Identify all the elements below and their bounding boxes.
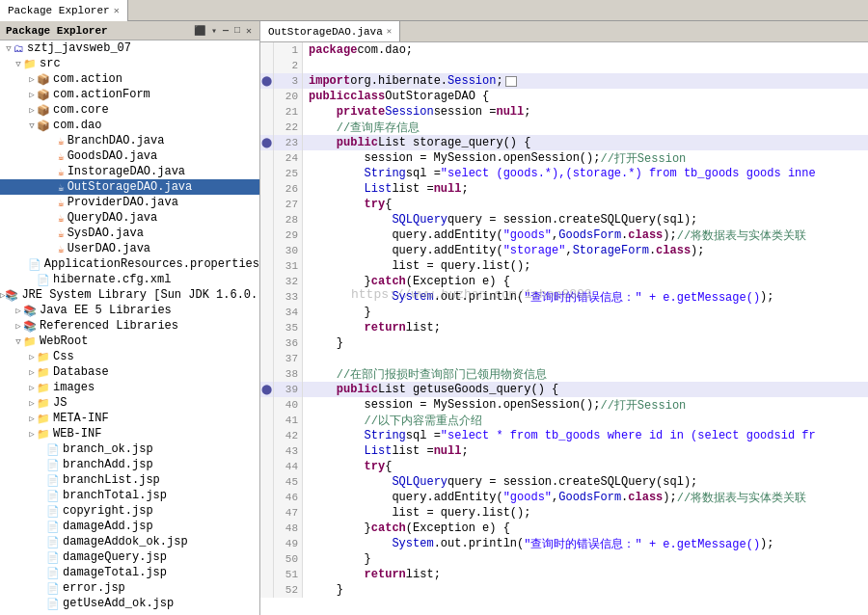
file-branchlist[interactable]: 📄 branchList.jsp (0, 472, 259, 488)
file-userdao-label: UserDAO.java (68, 242, 150, 255)
expand-icon: ▽ (4, 43, 14, 54)
jsp-icon8: 📄 (46, 551, 60, 564)
file-userdao[interactable]: ☕ UserDAO.java (0, 241, 259, 256)
file-goodsdao[interactable]: ☕ GoodsDAO.java (0, 148, 259, 164)
pkg-com-dao[interactable]: ▽ 📦 com.dao (0, 118, 259, 133)
code-area[interactable]: 1 package com.dao; 2 ⬤ 3 import org (260, 42, 868, 615)
js-folder[interactable]: ▷ 📁 JS (0, 395, 259, 411)
code-row-38: 38 //在部门报损时查询部门已领用物资信息 (260, 366, 868, 382)
webinf-folder[interactable]: ▷ 📁 WEB-INF (0, 426, 259, 441)
file-sysdao[interactable]: ☕ SysDAO.java (0, 226, 259, 241)
file-error[interactable]: 📄 error.jsp (0, 580, 259, 596)
java-file-icon4: ☕ (58, 181, 65, 194)
file-branch-ok-label: branch_ok.jsp (63, 442, 153, 456)
editor-tab-outstoragedao[interactable]: OutStorageDAO.java ✕ (260, 21, 400, 41)
linenum-27: 27 (274, 197, 303, 212)
package-explorer-tab-close[interactable]: ✕ (114, 5, 120, 16)
sidebar-toolbar: ⬛ ▾ — □ ✕ (192, 24, 254, 38)
code-row-37: 37 (260, 351, 868, 366)
file-branchdao-label: BranchDAO.java (68, 134, 165, 147)
linenum-2: 2 (274, 58, 303, 73)
java-file-icon8: ☕ (58, 243, 65, 255)
linenum-1: 1 (274, 42, 303, 58)
linenum-29: 29 (274, 227, 303, 243)
code-row-35: 35 return list; (260, 320, 868, 335)
minimize-icon[interactable]: — (221, 24, 231, 38)
file-copyright[interactable]: 📄 copyright.jsp (0, 503, 259, 519)
xml-file-icon: 📄 (37, 274, 50, 286)
gutter-50 (260, 551, 274, 567)
package-explorer-tab[interactable]: Package Explorer ✕ (0, 0, 128, 21)
code-row-43: 43 List list = null; (260, 443, 868, 459)
images-folder[interactable]: ▷ 📁 images (0, 380, 259, 395)
editor-tab-close[interactable]: ✕ (387, 26, 392, 37)
jsp-icon2: 📄 (46, 459, 60, 471)
css-folder[interactable]: ▷ 📁 Css (0, 349, 259, 364)
menu-icon[interactable]: ▾ (209, 24, 219, 38)
code-row-3: ⬤ 3 import org.hibernate.Session; (260, 73, 868, 89)
code-row-45: 45 SQLQuery query = session.createSQLQue… (260, 474, 868, 490)
gutter-38 (260, 366, 274, 382)
js-expand: ▷ (27, 398, 37, 409)
file-branchtotal[interactable]: 📄 branchTotal.jsp (0, 488, 259, 503)
project-root[interactable]: ▽ 🗂 sztj_javsweb_07 (0, 40, 259, 56)
codeline-31: list = query.list(); (303, 258, 536, 274)
file-copyright-label: copyright.jsp (63, 504, 153, 518)
file-appresources[interactable]: 📄 ApplicationResources.properties (0, 256, 259, 272)
file-branchadd[interactable]: 📄 branchAdd.jsp (0, 457, 259, 472)
cursor-box (505, 76, 517, 87)
jre-library[interactable]: ▷ 📚 JRE System Library [Sun JDK 1.6.0...… (0, 287, 259, 303)
package-icon2: 📦 (37, 89, 50, 101)
pkg-com-core[interactable]: ▷ 📦 com.core (0, 102, 259, 118)
codeline-52: } (303, 582, 349, 598)
file-branch-ok[interactable]: 📄 branch_ok.jsp (0, 441, 259, 457)
linenum-45: 45 (274, 474, 303, 490)
file-querydao[interactable]: ☕ QueryDAO.java (0, 210, 259, 226)
codeline-50: } (303, 551, 377, 567)
jsp-icon: 📄 (46, 443, 60, 456)
codeline-34: } (303, 305, 377, 320)
src-folder[interactable]: ▽ 📁 src (0, 56, 259, 71)
gutter-24 (260, 150, 274, 166)
db-expand: ▷ (27, 367, 37, 378)
referenced-libraries[interactable]: ▷ 📚 Referenced Libraries (0, 318, 259, 334)
webroot-folder[interactable]: ▽ 📁 WebRoot (0, 334, 259, 349)
sidebar-title: Package Explorer (6, 25, 108, 37)
gutter-34 (260, 305, 274, 320)
file-damagetotal[interactable]: 📄 damageTotal.jsp (0, 565, 259, 580)
file-damageaddok[interactable]: 📄 damageAddok_ok.jsp (0, 534, 259, 549)
file-damageadd[interactable]: 📄 damageAdd.jsp (0, 519, 259, 534)
metainf-folder[interactable]: ▷ 📁 META-INF (0, 411, 259, 426)
gutter-1 (260, 42, 274, 58)
file-providerdao[interactable]: ☕ ProviderDAO.java (0, 195, 259, 210)
pkg-actionform-label: com.actionForm (53, 88, 150, 101)
code-row-34: 34 } (260, 305, 868, 320)
linenum-25: 25 (274, 166, 303, 181)
code-row-27: 27 try { (260, 197, 868, 212)
file-branchdao[interactable]: ☕ BranchDAO.java (0, 133, 259, 148)
pkg-core-label: com.core (53, 103, 109, 117)
file-getuseadd[interactable]: 📄 getUseAdd_ok.jsp (0, 596, 259, 611)
src-expand: ▽ (14, 59, 23, 69)
gutter-37 (260, 351, 274, 366)
file-hibernate[interactable]: 📄 hibernate.cfg.xml (0, 272, 259, 287)
code-row-20: 20 public class OutStorageDAO { (260, 89, 868, 104)
code-row-44: 44 try { (260, 459, 868, 474)
code-row-30: 30 query.addEntity("storage", StorageFor… (260, 243, 868, 258)
codeline-23: public List storage_query() { (303, 135, 536, 150)
gutter-3: ⬤ (260, 73, 274, 89)
file-instoragedao[interactable]: ☕ InstorageDAO.java (0, 164, 259, 179)
close-sidebar-icon[interactable]: ✕ (244, 24, 254, 38)
code-row-23: ⬤ 23 public List storage_query() { (260, 135, 868, 150)
gutter-30 (260, 243, 274, 258)
gutter-44 (260, 459, 274, 474)
file-damagequery[interactable]: 📄 damageQuery.jsp (0, 549, 259, 565)
database-folder[interactable]: ▷ 📁 Database (0, 364, 259, 380)
file-branchtotal-label: branchTotal.jsp (63, 489, 167, 502)
collapse-icon[interactable]: ⬛ (192, 24, 207, 38)
file-outstoragedao[interactable]: ☕ OutStorageDAO.java (0, 179, 259, 195)
javaee-library[interactable]: ▷ 📚 Java EE 5 Libraries (0, 303, 259, 318)
pkg-com-action[interactable]: ▷ 📦 com.action (0, 71, 259, 87)
maximize-icon[interactable]: □ (232, 24, 242, 38)
pkg-com-actionform[interactable]: ▷ 📦 com.actionForm (0, 87, 259, 102)
